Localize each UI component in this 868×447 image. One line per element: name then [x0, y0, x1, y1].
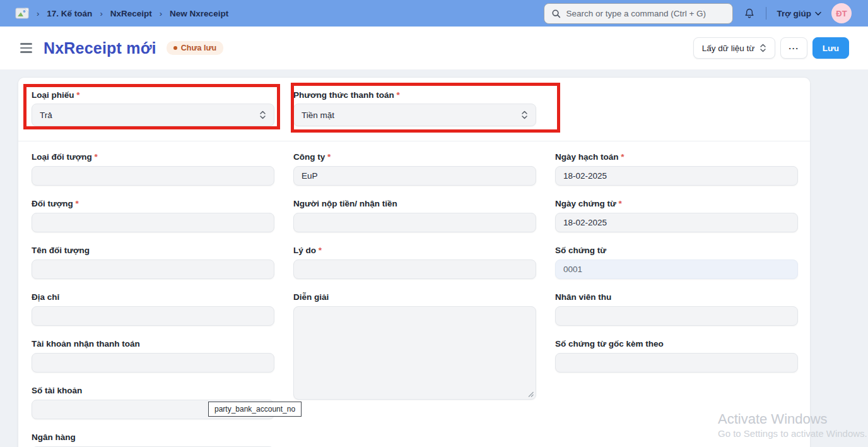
- required-asterisk: *: [616, 199, 622, 208]
- breadcrumb-item-new-nxreceipt[interactable]: New Nxreceipt: [170, 9, 228, 18]
- avatar[interactable]: ĐT: [831, 3, 852, 23]
- resize-handle-icon[interactable]: [528, 391, 534, 397]
- page-title: NxReceipt mới: [44, 39, 156, 57]
- updown-arrows-icon: [521, 110, 528, 119]
- input-value-so-chung-tu: 0001: [563, 265, 582, 274]
- help-menu[interactable]: Trợ giúp: [777, 9, 821, 18]
- required-asterisk: *: [316, 246, 322, 255]
- field-label-loai-doi-tuong: Loại đối tượng *: [32, 152, 274, 163]
- input-so-chung-tu[interactable]: 0001: [555, 259, 798, 279]
- field-ngay-hach-toan: Ngày hạch toán *18-02-2025: [555, 152, 798, 186]
- field-dia-chi: Địa chỉ: [32, 292, 274, 326]
- input-loai-doi-tuong[interactable]: [32, 166, 274, 186]
- required-asterisk: *: [394, 90, 400, 100]
- save-button[interactable]: Lưu: [812, 37, 849, 59]
- textarea-dien-giai[interactable]: [293, 306, 536, 400]
- input-value-ngay-hach-toan: 18-02-2025: [563, 171, 607, 181]
- field-phuong-thuc-thanh-toan: Phương thức thanh toán *Tiền mặt: [293, 90, 536, 129]
- field-label-dien-giai: Diễn giải: [293, 292, 536, 303]
- field-nhan-vien-thu: Nhân viên thu: [555, 292, 798, 326]
- form-section-details: Loại đối tượng *Đối tượng *Tên đối tượng…: [18, 141, 810, 447]
- field-loai-doi-tuong: Loại đối tượng *: [32, 152, 274, 186]
- form-column-3: Ngày hạch toán *18-02-2025Ngày chứng từ …: [555, 152, 798, 447]
- navbar-divider: [766, 7, 766, 20]
- required-asterisk: *: [92, 152, 98, 162]
- input-ten-doi-tuong[interactable]: [32, 259, 274, 279]
- field-label-ten-doi-tuong: Tên đối tượng: [32, 245, 274, 256]
- input-nguoi-nop-tien-nhan-tien[interactable]: [293, 213, 536, 232]
- field-label-doi-tuong: Đối tượng *: [32, 198, 274, 210]
- field-label-loai-phieu: Loại phiếu *: [32, 90, 274, 101]
- input-dia-chi[interactable]: [32, 306, 274, 326]
- field-loai-phieu: Loại phiếu *Trả: [32, 90, 274, 129]
- form-card: Loại phiếu *TrảPhương thức thanh toán *T…: [18, 77, 811, 447]
- field-doi-tuong: Đối tượng *: [32, 198, 274, 232]
- top-navbar: › 17. Kế toán › NxReceipt › New Nxreceip…: [0, 0, 868, 27]
- field-so-chung-tu-goc-kem-theo: Số chứng từ gốc kèm theo: [555, 338, 798, 372]
- empty-cell: [555, 90, 798, 129]
- breadcrumb-separator: ›: [98, 9, 103, 18]
- select-phuong-thuc-thanh-toan[interactable]: Tiền mặt: [293, 104, 536, 126]
- field-so-chung-tu: Số chứng từ0001: [555, 245, 798, 279]
- input-so-chung-tu-goc-kem-theo[interactable]: [555, 353, 798, 372]
- field-tooltip: party_bank_account_no: [208, 402, 302, 417]
- select-value-phuong-thuc-thanh-toan: Tiền mặt: [302, 110, 334, 120]
- field-label-so-chung-tu-goc-kem-theo: Số chứng từ gốc kèm theo: [555, 338, 798, 350]
- select-value-loai-phieu: Trả: [40, 110, 52, 120]
- status-badge-label: Chưa lưu: [181, 44, 216, 52]
- select-loai-phieu[interactable]: Trả: [32, 104, 274, 126]
- field-ly-do: Lý do *: [293, 245, 536, 279]
- updown-arrows-icon: [259, 110, 266, 119]
- field-label-nhan-vien-thu: Nhân viên thu: [555, 292, 798, 303]
- field-cong-ty: Công ty *EuP: [293, 152, 536, 186]
- field-label-ngay-chung-tu: Ngày chứng từ *: [555, 198, 798, 210]
- field-label-ngay-hach-toan: Ngày hạch toán *: [555, 152, 798, 163]
- input-value-cong-ty: EuP: [302, 171, 318, 181]
- field-label-ngan-hang: Ngân hàng: [32, 432, 274, 443]
- fetch-data-from-button[interactable]: Lấy dữ liệu từ: [693, 37, 775, 59]
- image-placeholder-icon: [15, 8, 29, 19]
- field-label-cong-ty: Công ty *: [293, 152, 536, 163]
- field-ten-doi-tuong: Tên đối tượng: [32, 245, 274, 279]
- field-tai-khoan-nhan-thanh-toan: Tài khoản nhận thanh toán: [32, 338, 274, 372]
- required-asterisk: *: [325, 152, 331, 162]
- hamburger-icon[interactable]: [19, 40, 33, 56]
- page-content: Loại phiếu *TrảPhương thức thanh toán *T…: [0, 69, 868, 447]
- field-ngay-chung-tu: Ngày chứng từ *18-02-2025: [555, 198, 798, 232]
- input-ngay-chung-tu[interactable]: 18-02-2025: [555, 213, 798, 232]
- required-asterisk: *: [619, 152, 625, 162]
- field-dien-giai: Diễn giải: [293, 292, 536, 400]
- field-label-phuong-thuc-thanh-toan: Phương thức thanh toán *: [293, 90, 536, 101]
- input-ngay-hach-toan[interactable]: 18-02-2025: [555, 166, 798, 186]
- input-tai-khoan-nhan-thanh-toan[interactable]: [32, 353, 274, 372]
- field-label-dia-chi: Địa chỉ: [32, 292, 274, 303]
- input-cong-ty[interactable]: EuP: [293, 166, 536, 186]
- more-options-button[interactable]: ···: [780, 37, 807, 59]
- status-badge: Chưa lưu: [167, 41, 223, 55]
- input-doi-tuong[interactable]: [32, 213, 274, 232]
- bell-icon[interactable]: [743, 7, 756, 20]
- breadcrumb-item-nxreceipt[interactable]: NxReceipt: [110, 9, 152, 18]
- field-nguoi-nop-tien-nhan-tien: Người nộp tiền/ nhận tiền: [293, 198, 536, 232]
- input-ly-do[interactable]: [293, 259, 536, 279]
- field-label-so-chung-tu: Số chứng từ: [555, 245, 798, 256]
- breadcrumb-separator: ›: [158, 9, 163, 18]
- field-label-tai-khoan-nhan-thanh-toan: Tài khoản nhận thanh toán: [32, 338, 274, 350]
- updown-arrows-icon: [760, 44, 766, 52]
- breadcrumb-item-ke-toan[interactable]: 17. Kế toán: [47, 9, 92, 18]
- required-asterisk: *: [74, 90, 80, 100]
- field-label-so-tai-khoan: Số tài khoản: [32, 385, 274, 396]
- field-label-ly-do: Lý do *: [293, 245, 536, 256]
- input-value-ngay-chung-tu: 18-02-2025: [563, 218, 607, 227]
- global-search[interactable]: [544, 3, 733, 24]
- form-column-2: Công ty *EuPNgười nộp tiền/ nhận tiềnLý …: [293, 152, 536, 447]
- search-input[interactable]: [566, 9, 725, 18]
- input-nhan-vien-thu[interactable]: [555, 306, 798, 326]
- page-header: NxReceipt mới Chưa lưu Lấy dữ liệu từ ··…: [0, 27, 868, 69]
- field-label-nguoi-nop-tien-nhan-tien: Người nộp tiền/ nhận tiền: [293, 198, 536, 210]
- search-icon: [551, 9, 561, 18]
- required-asterisk: *: [73, 199, 79, 208]
- field-ngan-hang: Ngân hàng: [32, 432, 274, 447]
- form-section-payment-type: Loại phiếu *TrảPhương thức thanh toán *T…: [18, 78, 810, 141]
- breadcrumb: › 17. Kế toán › NxReceipt › New Nxreceip…: [15, 8, 228, 19]
